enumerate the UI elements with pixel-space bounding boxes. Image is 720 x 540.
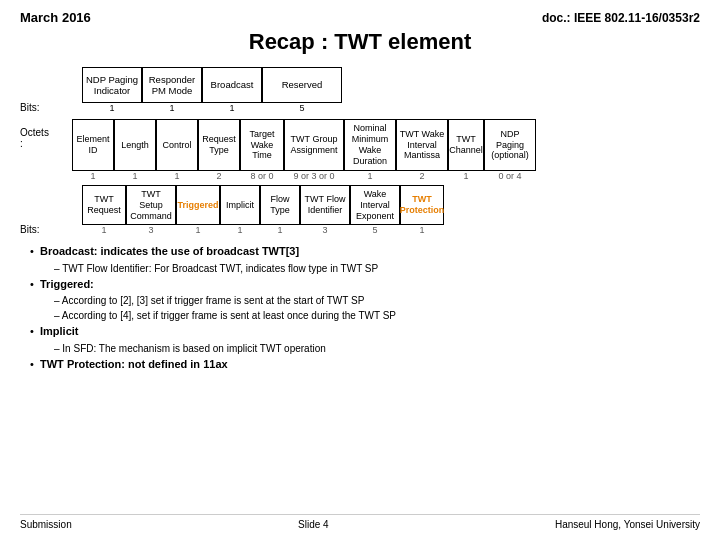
middle-bits-cell: 9 or 3 or 0 [284, 171, 344, 181]
bottom-field-cell: Flow Type [260, 185, 300, 225]
bullet-main-text: Triggered: [40, 276, 94, 293]
bullet-main-item: • TWT Protection: not defined in 11ax [30, 356, 700, 373]
top-field-cell: Responder PM Mode [142, 67, 202, 103]
bottom-field-cell: TWT Request [82, 185, 126, 225]
bullet-main-item: • Implicit [30, 323, 700, 340]
bottom-bits-cell: 5 [350, 225, 400, 235]
middle-field-cell: TWT Wake Interval Mantissa [396, 119, 448, 171]
footer-left: Submission [20, 519, 72, 530]
top-bits-cell: 5 [262, 103, 342, 113]
bottom-bits-cell: 3 [300, 225, 350, 235]
middle-bits-cell: 0 or 4 [484, 171, 536, 181]
bullet-sub-item: – According to [2], [3] set if trigger f… [54, 293, 700, 308]
top-field-cell: Reserved [262, 67, 342, 103]
middle-field-cell: Target Wake Time [240, 119, 284, 171]
middle-bits-cell: 2 [198, 171, 240, 181]
middle-field-cell: Request Type [198, 119, 240, 171]
bullet-main-text: TWT Protection: not defined in 11ax [40, 356, 228, 373]
middle-bits-cell: 1 [344, 171, 396, 181]
bottom-bits-cell: 1 [176, 225, 220, 235]
top-bits-cell: 1 [82, 103, 142, 113]
middle-field-cell: Element ID [72, 119, 114, 171]
bottom-fields-row: TWT RequestTWT Setup CommandTriggeredImp… [82, 185, 444, 225]
top-bits-cell: 1 [142, 103, 202, 113]
bottom-field-cell: Implicit [220, 185, 260, 225]
top-bits-row: 1115 [82, 103, 342, 113]
bottom-bits-row: 13111351 [82, 225, 444, 235]
bullet-main-text: Implicit [40, 323, 79, 340]
octets-label: Octets: [20, 127, 68, 149]
top-bits-label: Bits: [20, 102, 78, 113]
footer: Submission Slide 4 Hanseul Hong, Yonsei … [20, 514, 700, 530]
bottom-bits-cell: 1 [82, 225, 126, 235]
bullet-sub-item: – In SFD: The mechanism is based on impl… [54, 341, 700, 356]
top-bits-cell: 1 [202, 103, 262, 113]
page: March 2016 doc.: IEEE 802.11-16/0353r2 R… [0, 0, 720, 540]
bullet-sub-item: – TWT Flow Identifier: For Broadcast TWT… [54, 261, 700, 276]
middle-bits-cell: 1 [156, 171, 198, 181]
top-fields-row: NDP Paging IndicatorResponder PM ModeBro… [82, 67, 342, 103]
middle-field-cell: NDP Paging (optional) [484, 119, 536, 171]
header-left: March 2016 [20, 10, 91, 25]
bottom-field-cell: TWT Flow Identifier [300, 185, 350, 225]
bullets-section: • Broadcast: indicates the use of broadc… [30, 243, 700, 514]
middle-bits-cell: 1 [448, 171, 484, 181]
middle-field-cell: Length [114, 119, 156, 171]
middle-field-cell: Control [156, 119, 198, 171]
middle-bits-row: 11128 or 09 or 3 or 01210 or 4 [72, 171, 536, 181]
bullet-main-item: • Triggered: [30, 276, 700, 293]
bullet-main-item: • Broadcast: indicates the use of broadc… [30, 243, 700, 260]
middle-field-cell: TWT Channel [448, 119, 484, 171]
bottom-bits-cell: 1 [260, 225, 300, 235]
bottom-field-cell: TWT Protection [400, 185, 444, 225]
middle-fields-row: Element IDLengthControlRequest TypeTarge… [72, 119, 536, 171]
top-field-cell: Broadcast [202, 67, 262, 103]
bottom-field-cell: Wake Interval Exponent [350, 185, 400, 225]
bottom-bits-label: Bits: [20, 224, 78, 235]
bullet-main-text: Broadcast: indicates the use of broadcas… [40, 243, 299, 260]
bottom-diagram: Bits: TWT RequestTWT Setup CommandTrigge… [20, 185, 700, 235]
page-title: Recap : TWT element [20, 29, 700, 55]
bottom-field-cell: Triggered [176, 185, 220, 225]
middle-bits-cell: 1 [114, 171, 156, 181]
middle-field-cell: TWT Group Assignment [284, 119, 344, 171]
top-field-cell: NDP Paging Indicator [82, 67, 142, 103]
bottom-field-cell: TWT Setup Command [126, 185, 176, 225]
bullet-sub-item: – According to [4], set if trigger frame… [54, 308, 700, 323]
middle-bits-cell: 2 [396, 171, 448, 181]
bottom-bits-cell: 1 [400, 225, 444, 235]
middle-field-cell: Nominal Minimum Wake Duration [344, 119, 396, 171]
middle-bits-cell: 1 [72, 171, 114, 181]
header-right: doc.: IEEE 802.11-16/0353r2 [542, 11, 700, 25]
top-diagram: Bits: NDP Paging IndicatorResponder PM M… [20, 67, 700, 113]
footer-center: Slide 4 [298, 519, 329, 530]
middle-diagram: Octets: Element IDLengthControlRequest T… [20, 119, 700, 181]
bottom-bits-cell: 1 [220, 225, 260, 235]
middle-bits-cell: 8 or 0 [240, 171, 284, 181]
bottom-bits-cell: 3 [126, 225, 176, 235]
header: March 2016 doc.: IEEE 802.11-16/0353r2 [20, 10, 700, 25]
footer-right: Hanseul Hong, Yonsei University [555, 519, 700, 530]
